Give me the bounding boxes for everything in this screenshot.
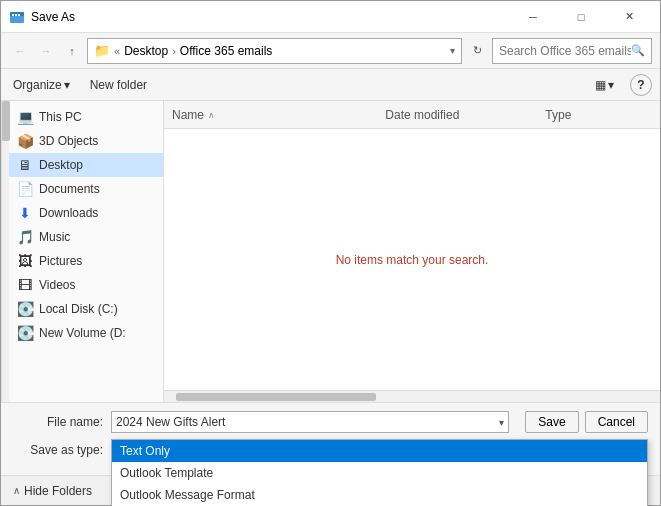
videos-icon: 🎞 — [17, 277, 33, 293]
sidebar-item-label-music: Music — [39, 230, 70, 244]
hide-folders-label: Hide Folders — [24, 484, 92, 498]
column-type[interactable]: Type — [545, 108, 652, 122]
save-as-type-row: Save as type: Outlook Message Format - U… — [13, 439, 648, 461]
forward-button[interactable]: → — [35, 40, 57, 62]
save-as-type-dropdown-container: Outlook Message Format - Unicode ▾ Text … — [111, 439, 648, 461]
dropdown-item-outlook-msg[interactable]: Outlook Message Format — [112, 484, 647, 506]
window-title: Save As — [31, 10, 510, 24]
path-dropdown-arrow: ▾ — [450, 45, 455, 56]
close-button[interactable]: ✕ — [606, 7, 652, 27]
sort-arrow-icon: ∧ — [208, 110, 215, 120]
dropdown-item-text-only[interactable]: Text Only — [112, 440, 647, 462]
sidebar-item-label-3d: 3D Objects — [39, 134, 98, 148]
local-disk-icon: 💽 — [17, 301, 33, 317]
address-path[interactable]: 📁 « Desktop › Office 365 emails ▾ — [87, 38, 462, 64]
refresh-button[interactable]: ↻ — [466, 40, 488, 62]
file-name-dropdown-icon: ▾ — [499, 417, 504, 428]
no-items-message: No items match your search. — [336, 253, 489, 267]
sidebar-item-downloads[interactable]: ⬇ Downloads — [9, 201, 163, 225]
column-date-label: Date modified — [385, 108, 459, 122]
cancel-button[interactable]: Cancel — [585, 411, 648, 433]
sidebar-item-desktop[interactable]: 🖥 Desktop — [9, 153, 163, 177]
minimize-button[interactable]: ─ — [510, 7, 556, 27]
sidebar-item-label-videos: Videos — [39, 278, 75, 292]
svg-rect-4 — [18, 14, 20, 16]
organize-dropdown-icon: ▾ — [64, 78, 70, 92]
sidebar-item-label-this-pc: This PC — [39, 110, 82, 124]
bottom-form: File name: 2024 New Gifts Alert ▾ Save C… — [1, 402, 660, 475]
save-as-dialog: Save As ─ □ ✕ ← → ↑ 📁 « Desktop › Office… — [0, 0, 661, 506]
music-icon: 🎵 — [17, 229, 33, 245]
column-date-modified[interactable]: Date modified — [385, 108, 545, 122]
sidebar: 💻 This PC 📦 3D Objects 🖥 Desktop 📄 Docum… — [9, 101, 164, 402]
svg-rect-3 — [15, 14, 17, 16]
file-list-header: Name ∧ Date modified Type — [164, 101, 660, 129]
save-as-type-label: Save as type: — [13, 443, 103, 457]
sidebar-item-pictures[interactable]: 🖼 Pictures — [9, 249, 163, 273]
path-separator-2: › — [172, 45, 176, 57]
up-button[interactable]: ↑ — [61, 40, 83, 62]
desktop-icon: 🖥 — [17, 157, 33, 173]
pictures-icon: 🖼 — [17, 253, 33, 269]
horizontal-scrollbar[interactable] — [164, 390, 660, 402]
help-icon: ? — [637, 78, 644, 92]
path-part-desktop: Desktop — [124, 44, 168, 58]
sidebar-item-label-desktop: Desktop — [39, 158, 83, 172]
new-volume-icon: 💽 — [17, 325, 33, 341]
sidebar-item-documents[interactable]: 📄 Documents — [9, 177, 163, 201]
help-button[interactable]: ? — [630, 74, 652, 96]
sidebar-item-videos[interactable]: 🎞 Videos — [9, 273, 163, 297]
path-folder-icon: 📁 — [94, 43, 110, 58]
sidebar-item-label-documents: Documents — [39, 182, 100, 196]
window-controls: ─ □ ✕ — [510, 7, 652, 27]
form-buttons: Save Cancel — [525, 411, 648, 433]
view-dropdown-icon: ▾ — [608, 78, 614, 92]
search-box: 🔍 — [492, 38, 652, 64]
3d-objects-icon: 📦 — [17, 133, 33, 149]
toolbar: Organize ▾ New folder ▦ ▾ ? — [1, 69, 660, 101]
sidebar-item-new-volume[interactable]: 💽 New Volume (D: — [9, 321, 163, 345]
organize-label: Organize — [13, 78, 62, 92]
organize-button[interactable]: Organize ▾ — [9, 76, 74, 94]
title-bar: Save As ─ □ ✕ — [1, 1, 660, 33]
view-icon: ▦ — [595, 78, 606, 92]
maximize-button[interactable]: □ — [558, 7, 604, 27]
file-name-value: 2024 New Gifts Alert — [116, 415, 499, 429]
file-name-input[interactable]: 2024 New Gifts Alert ▾ — [111, 411, 509, 433]
address-bar: ← → ↑ 📁 « Desktop › Office 365 emails ▾ … — [1, 33, 660, 69]
search-input[interactable] — [499, 44, 631, 58]
sidebar-item-this-pc[interactable]: 💻 This PC — [9, 105, 163, 129]
svg-rect-2 — [12, 14, 14, 16]
back-button[interactable]: ← — [9, 40, 31, 62]
view-button[interactable]: ▦ ▾ — [591, 76, 618, 94]
dropdown-menu: Text Only Outlook Template Outlook Messa… — [111, 439, 648, 506]
hide-folders-button[interactable]: ∧ Hide Folders — [13, 484, 92, 498]
file-list: Name ∧ Date modified Type No items match… — [164, 101, 660, 402]
hide-folders-chevron-icon: ∧ — [13, 485, 20, 496]
file-name-label: File name: — [13, 415, 103, 429]
downloads-icon: ⬇ — [17, 205, 33, 221]
sidebar-item-music[interactable]: 🎵 Music — [9, 225, 163, 249]
file-name-row: File name: 2024 New Gifts Alert ▾ Save C… — [13, 411, 648, 433]
sidebar-scroll[interactable] — [1, 101, 9, 402]
dropdown-item-outlook-template[interactable]: Outlook Template — [112, 462, 647, 484]
sidebar-item-3d-objects[interactable]: 📦 3D Objects — [9, 129, 163, 153]
scroll-thumb — [2, 101, 10, 141]
window-icon — [9, 9, 25, 25]
content-area: 💻 This PC 📦 3D Objects 🖥 Desktop 📄 Docum… — [1, 101, 660, 402]
file-list-body: No items match your search. — [164, 129, 660, 390]
documents-icon: 📄 — [17, 181, 33, 197]
column-type-label: Type — [545, 108, 571, 122]
column-name-label: Name — [172, 108, 204, 122]
sidebar-item-label-downloads: Downloads — [39, 206, 98, 220]
this-pc-icon: 💻 — [17, 109, 33, 125]
new-folder-button[interactable]: New folder — [86, 76, 151, 94]
sidebar-item-local-disk[interactable]: 💽 Local Disk (C:) — [9, 297, 163, 321]
path-part-folder: Office 365 emails — [180, 44, 273, 58]
sidebar-item-label-new-volume: New Volume (D: — [39, 326, 126, 340]
path-separator-1: « — [114, 45, 120, 57]
save-button[interactable]: Save — [525, 411, 578, 433]
search-icon: 🔍 — [631, 44, 645, 57]
column-name[interactable]: Name ∧ — [172, 108, 385, 122]
h-scroll-thumb — [176, 393, 376, 401]
